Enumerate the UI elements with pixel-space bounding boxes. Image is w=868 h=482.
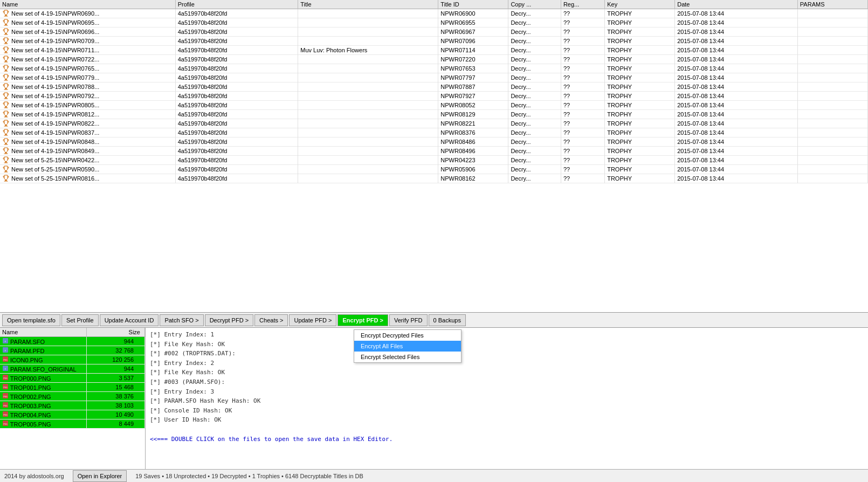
table-cell — [298, 55, 438, 64]
table-cell: Decry... — [508, 110, 561, 119]
table-cell — [797, 55, 867, 64]
encrypt-selected-item[interactable]: Encrypt Selected Files — [354, 352, 461, 362]
table-cell — [797, 73, 867, 82]
table-row[interactable]: New set of 4-19-15\NPWR0822...4a519970b4… — [0, 119, 868, 128]
table-cell: TROPHY — [605, 73, 675, 82]
encrypt-pfd-btn[interactable]: Encrypt PFD > — [337, 314, 388, 326]
table-row[interactable]: New set of 4-19-15\NPWR0765...4a519970b4… — [0, 64, 868, 73]
file-type-icon: F — [2, 366, 9, 373]
file-size-cell: 15 468 — [86, 383, 145, 392]
table-cell — [797, 92, 867, 101]
table-cell: 2015-07-08 13:44 — [675, 82, 798, 92]
svg-rect-33 — [4, 163, 8, 163]
svg-text:PNG: PNG — [3, 423, 8, 425]
decrypt-pfd-btn[interactable]: Decrypt PFD > — [205, 314, 253, 326]
log-line: [*] PARAM.SFO Hash Key Hash: OK — [150, 396, 864, 406]
svg-rect-11 — [4, 62, 8, 63]
list-item[interactable]: PNG ICON0.PNG120 256 — [0, 355, 145, 364]
table-cell: Decry... — [508, 46, 561, 55]
patch-sfo-btn[interactable]: Patch SFO > — [160, 314, 203, 326]
table-row[interactable]: New set of 4-19-15\NPWR0695...4a519970b4… — [0, 18, 868, 27]
table-cell: ?? — [561, 156, 604, 165]
set-profile-btn[interactable]: Set Profile — [61, 314, 99, 326]
list-item[interactable]: F PARAM.SFO_ORIGINAL944 — [0, 364, 145, 374]
table-cell: TROPHY — [605, 9, 675, 18]
file-size-cell: 3 537 — [86, 374, 145, 383]
table-cell — [298, 165, 438, 174]
table-row[interactable]: New set of 4-19-15\NPWR0709...4a519970b4… — [0, 37, 868, 46]
table-cell: ?? — [561, 101, 604, 110]
table-row[interactable]: New set of 5-25-15\NPWR0816...4a519970b4… — [0, 174, 868, 183]
table-cell: Decry... — [508, 73, 561, 82]
svg-rect-34 — [5, 171, 7, 172]
table-cell — [298, 128, 438, 137]
list-item[interactable]: F PARAM.SFO944 — [0, 337, 145, 346]
table-cell: TROPHY — [605, 147, 675, 156]
table-row[interactable]: New set of 4-19-15\NPWR0849...4a519970b4… — [0, 147, 868, 156]
table-cell: 2015-07-08 13:44 — [675, 46, 798, 55]
table-row[interactable]: New set of 4-19-15\NPWR0805...4a519970b4… — [0, 101, 868, 110]
table-cell: 2015-07-08 13:44 — [675, 137, 798, 147]
table-cell — [797, 119, 867, 128]
table-row[interactable]: New set of 5-25-15\NPWR0590...4a519970b4… — [0, 165, 868, 174]
table-cell: ?? — [561, 27, 604, 37]
table-cell: Decry... — [508, 64, 561, 73]
table-cell: ?? — [561, 92, 604, 101]
svg-rect-17 — [4, 89, 8, 90]
table-cell — [298, 110, 438, 119]
table-cell: Decry... — [508, 137, 561, 147]
open-template-btn[interactable]: Open template.sfo — [2, 314, 60, 326]
file-size-cell: 944 — [86, 337, 145, 346]
verify-pfd-btn[interactable]: Verify PFD — [389, 314, 428, 326]
svg-rect-3 — [4, 25, 8, 26]
open-in-explorer-btn[interactable]: Open in Explorer — [73, 470, 127, 482]
table-row[interactable]: New set of 4-19-15\NPWR0711...4a519970b4… — [0, 46, 868, 55]
table-cell: NPWR07220 — [438, 55, 508, 64]
file-table: Name Size F PARAM.SFO944F PARAM.PFD32 76… — [0, 328, 145, 429]
list-item[interactable]: F PARAM.PFD32 768 — [0, 346, 145, 355]
cheats-btn[interactable]: Cheats > — [254, 314, 288, 326]
list-item[interactable]: PNG TROP003.PNG38 103 — [0, 401, 145, 410]
table-cell: TROPHY — [605, 64, 675, 73]
table-cell: TROPHY — [605, 55, 675, 64]
table-cell: ?? — [561, 46, 604, 55]
svg-rect-12 — [5, 70, 7, 71]
table-row[interactable]: New set of 4-19-15\NPWR0812...4a519970b4… — [0, 110, 868, 119]
table-row[interactable]: New set of 4-19-15\NPWR0792...4a519970b4… — [0, 92, 868, 101]
file-name-cell: F PARAM.SFO_ORIGINAL — [0, 364, 86, 374]
table-cell: 4a519970b48f20fd — [175, 55, 298, 64]
copyright-text: 2014 by aldostools.org — [4, 473, 64, 479]
table-row[interactable]: New set of 4-19-15\NPWR0788...4a519970b4… — [0, 82, 868, 92]
encrypt-decrypted-item[interactable]: Encrypt Decrypted Files — [354, 330, 461, 341]
table-row[interactable]: New set of 4-19-15\NPWR0722...4a519970b4… — [0, 55, 868, 64]
table-cell: NPWR05906 — [438, 165, 508, 174]
table-cell: 4a519970b48f20fd — [175, 147, 298, 156]
table-row[interactable]: New set of 5-25-15\NPWR0422...4a519970b4… — [0, 156, 868, 165]
update-account-btn[interactable]: Update Account ID — [100, 314, 159, 326]
file-name-cell: PNG ICON0.PNG — [0, 355, 86, 364]
log-line: <<=== DOUBLE CLICK on the files to open … — [150, 435, 864, 444]
list-item[interactable]: PNG TROP004.PNG10 490 — [0, 410, 145, 419]
table-row[interactable]: New set of 4-19-15\NPWR0690...4a519970b4… — [0, 9, 868, 18]
table-cell: 4a519970b48f20fd — [175, 137, 298, 147]
list-item[interactable]: PNG TROP005.PNG8 449 — [0, 419, 145, 429]
svg-rect-19 — [4, 99, 8, 99]
list-item[interactable]: PNG TROP002.PNG38 376 — [0, 392, 145, 401]
list-item[interactable]: PNG TROP001.PNG15 468 — [0, 383, 145, 392]
table-row[interactable]: New set of 4-19-15\NPWR0837...4a519970b4… — [0, 128, 868, 137]
table-cell — [797, 18, 867, 27]
list-item[interactable]: PNG TROP000.PNG3 537 — [0, 374, 145, 383]
table-row[interactable]: New set of 4-19-15\NPWR0848...4a519970b4… — [0, 137, 868, 147]
table-cell: 2015-07-08 13:44 — [675, 165, 798, 174]
table-cell — [298, 101, 438, 110]
backups-btn[interactable]: 0 Backups — [429, 314, 466, 326]
table-row[interactable]: New set of 4-19-15\NPWR0779...4a519970b4… — [0, 73, 868, 82]
svg-rect-1 — [4, 16, 8, 17]
update-pfd-btn[interactable]: Update PFD > — [289, 314, 336, 326]
file-size-cell: 944 — [86, 364, 145, 374]
table-cell: ?? — [561, 55, 604, 64]
table-cell: 2015-07-08 13:44 — [675, 92, 798, 101]
encrypt-all-item[interactable]: Encrypt All Files — [354, 341, 461, 352]
table-cell — [298, 92, 438, 101]
table-row[interactable]: New set of 4-19-15\NPWR0696...4a519970b4… — [0, 27, 868, 37]
